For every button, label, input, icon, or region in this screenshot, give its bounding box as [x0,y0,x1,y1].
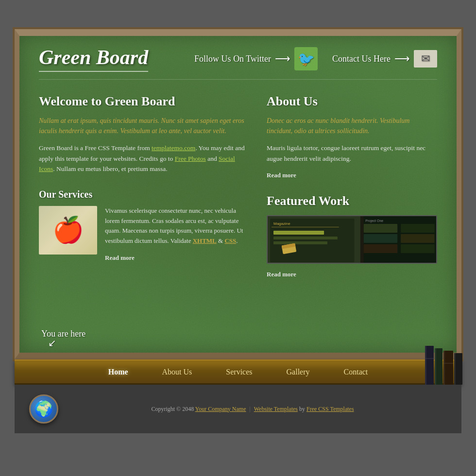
globe-container: 🌍 [29,394,58,424]
about-title: About Us [267,94,437,109]
nav-item-home[interactable]: Home [91,368,145,376]
period: . [236,237,238,244]
svg-rect-16 [364,244,397,253]
nav-link-contact[interactable]: Contact [344,368,368,376]
globe-icon: 🌍 [29,394,58,424]
nav-link-about[interactable]: About Us [162,368,192,376]
navbar: Home About Us Services Gallery Contact [15,359,461,385]
books-decoration [425,343,464,387]
about-read-more[interactable]: Read more [267,171,296,179]
templatemo-link[interactable]: templatemo.com [152,144,195,152]
nav-link-gallery[interactable]: Gallery [287,368,310,376]
svg-rect-15 [401,234,434,243]
arrow-icon-2: ⟶ [394,52,410,65]
twitter-bird-icon[interactable]: 🐦 [294,47,318,70]
svg-rect-22 [435,348,436,385]
about-section: About Us Donec ac eros ac nunc blandit h… [267,94,437,179]
copyright-text: Copyright © 2048 [151,406,195,412]
svg-rect-19 [425,346,426,385]
svg-rect-4 [272,227,339,227]
services-section: Our Services 🍎 Vivamus scelerisque conse… [39,189,247,262]
svg-text:Magazine: Magazine [273,221,290,226]
twitter-link-group[interactable]: Follow Us On Twitter ⟶ 🐦 [194,47,318,70]
welcome-body-4: . Nullam eu metus libero, et pretium mas… [53,165,167,172]
copyright: Copyright © 2048 Your Company Name | Web… [58,406,447,413]
svg-rect-17 [401,244,434,253]
service-body: Vivamus scelerisque consectetur nunc, ne… [105,206,247,246]
svg-rect-25 [443,363,453,364]
about-body: Mauris ligula tortor, congue laoreet rut… [267,143,437,164]
site-logo[interactable]: Green Board [39,46,148,72]
svg-rect-20 [425,358,434,359]
welcome-body: Green Board is a Free CSS Template from … [39,143,247,174]
svg-rect-24 [443,351,445,385]
site-header: Green Board Follow Us On Twitter ⟶ 🐦 Con… [39,46,437,80]
arrow-icon: ⟶ [275,52,290,65]
contact-label: Contact Us Here [332,54,391,64]
svg-rect-12 [364,224,397,233]
books-svg [425,343,464,387]
nav-link-home[interactable]: Home [108,368,128,376]
welcome-body-3: and [206,155,219,162]
services-read-more[interactable]: Read more [105,254,135,262]
svg-rect-27 [454,353,456,385]
chalkboard: Green Board Follow Us On Twitter ⟶ 🐦 Con… [15,29,461,359]
footer: 🌍 Copyright © 2048 Your Company Name | W… [15,385,461,433]
follow-twitter-label: Follow Us On Twitter [194,54,271,64]
right-column: About Us Donec ac eros ac nunc blandit h… [267,94,437,278]
nav-item-gallery[interactable]: Gallery [270,368,327,376]
svg-rect-5 [273,231,324,235]
featured-section: Featured Work Magazine [267,194,437,278]
welcome-title: Welcome to Green Board [39,94,247,109]
apple-image: 🍎 [39,206,97,255]
service-text: Vivamus scelerisque consectetur nunc, ne… [105,206,247,262]
featured-read-more[interactable]: Read more [267,271,296,278]
svg-rect-7 [273,241,327,244]
left-column: Welcome to Green Board Nullam at erat ip… [39,94,247,278]
svg-rect-6 [273,237,338,239]
nav-item-services[interactable]: Services [209,368,269,376]
service-image: 🍎 [39,206,97,255]
website-templates-link[interactable]: Website Templates [254,406,298,412]
by-text: by [299,406,306,412]
welcome-body-1: Green Board is a Free CSS Template from [39,144,152,152]
nav-links: Home About Us Services Gallery Contact [91,368,385,376]
company-name-link[interactable]: Your Company Name [195,406,246,412]
free-css-link[interactable]: Free CSS Templates [306,406,354,412]
featured-image: Magazine Project One [267,215,437,264]
service-item: 🍎 Vivamus scelerisque consectetur nunc, … [39,206,247,262]
you-are-here-label: You are here [41,329,85,349]
free-photos-link[interactable]: Free Photos [175,155,206,162]
featured-work-svg: Magazine Project One [268,216,436,264]
mail-icon[interactable]: ✉ [414,50,437,68]
separator-1: | [250,406,251,412]
welcome-italic: Nullam at erat ipsum, quis tincidunt mau… [39,116,247,136]
services-title: Our Services [39,189,247,200]
svg-text:Project One: Project One [365,219,383,223]
nav-item-contact[interactable]: Contact [327,368,385,376]
main-content: Welcome to Green Board Nullam at erat ip… [39,94,437,278]
featured-title: Featured Work [267,194,437,208]
svg-rect-13 [401,224,434,233]
contact-link-group[interactable]: Contact Us Here ⟶ ✉ [332,50,437,68]
header-right: Follow Us On Twitter ⟶ 🐦 Contact Us Here… [194,47,437,70]
nav-item-about[interactable]: About Us [145,368,209,376]
xhtml-link[interactable]: XHTML [193,237,217,244]
css-link[interactable]: CSS [224,237,236,244]
about-italic: Donec ac eros ac nunc blandit hendrerit.… [267,116,437,136]
svg-rect-14 [364,234,397,243]
nav-link-services[interactable]: Services [226,368,252,376]
